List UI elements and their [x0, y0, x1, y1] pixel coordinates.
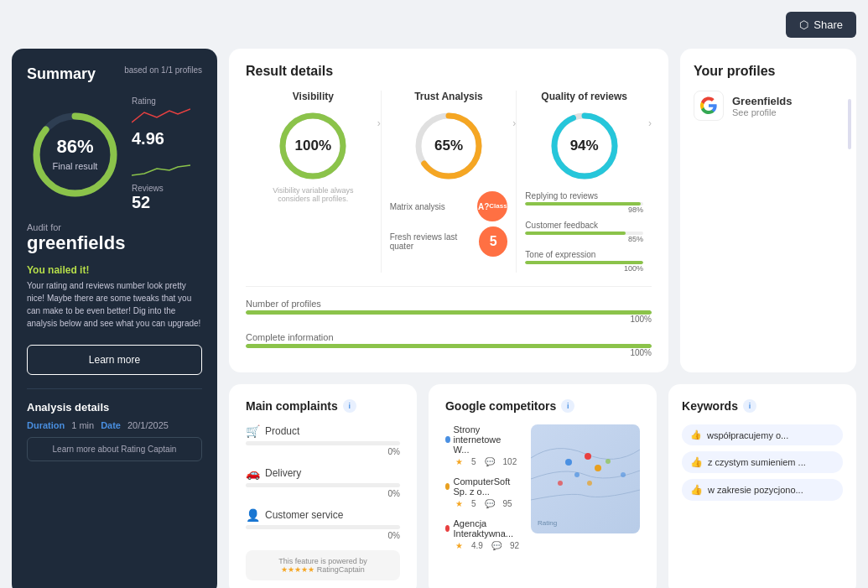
- tone-pct: 100%: [525, 264, 643, 273]
- competitor-2-name: ComputerSoft Sp. z o...: [453, 476, 519, 497]
- svg-point-9: [585, 453, 591, 460]
- competitor-1-rating: 5: [471, 457, 476, 466]
- product-pct: 0%: [246, 447, 400, 456]
- cs-pct: 0%: [246, 531, 400, 540]
- svg-point-15: [621, 472, 626, 477]
- share-icon: ⬡: [799, 18, 808, 31]
- keyword-2-tag: 👍 z czystym sumieniem ...: [682, 451, 843, 473]
- matrix-badge: A?Class: [477, 191, 507, 221]
- competitor-1: Strony internetowe W... ★ 5 💬 102: [445, 424, 519, 466]
- trust-metric[interactable]: Trust Analysis 65% Matrix analysis A?Cla…: [381, 91, 517, 273]
- star-icon-2: ★: [455, 499, 463, 508]
- quality-pct: 94%: [570, 138, 599, 154]
- quality-metric[interactable]: Quality of reviews 94% Replying to revie…: [517, 91, 652, 273]
- competitors-info-icon: i: [561, 399, 574, 413]
- competitor-2-reviews: 95: [503, 499, 512, 508]
- learn-more-button[interactable]: Learn more: [27, 345, 202, 375]
- result-details-card: Result details Visibility 100% Visibilit…: [229, 49, 668, 372]
- thumb-icon-1: 👍: [690, 429, 702, 440]
- quality-label: Quality of reviews: [541, 91, 627, 102]
- complete-pct: 100%: [246, 348, 652, 357]
- keywords-title: Keywords: [682, 399, 738, 413]
- product-icon: 🛒: [246, 424, 260, 438]
- competitor-1-name: Strony internetowe W...: [454, 424, 520, 455]
- profiles-pct: 100%: [246, 315, 652, 324]
- competitor-2: ComputerSoft Sp. z o... ★ 5 💬 95: [445, 476, 519, 508]
- keywords-card: Keywords i 👍 współpracujemy o... 👍 z czy…: [668, 384, 856, 588]
- main-gauge: 86% Final result: [27, 107, 123, 203]
- map-svg: Rating: [531, 424, 640, 533]
- profile-name: Greenfields: [732, 95, 793, 107]
- svg-point-10: [595, 465, 601, 471]
- nailed-desc: Your rating and reviews number look pret…: [27, 279, 202, 330]
- profiles-card: Your profiles Greenfields See profile: [680, 49, 856, 372]
- analysis-details-title: Analysis details: [27, 401, 202, 414]
- share-button[interactable]: ⬡ Share: [786, 12, 856, 38]
- delivery-pct: 0%: [246, 489, 400, 498]
- audit-name: greenfields: [27, 232, 202, 254]
- complaint-delivery: 🚗 Delivery 0%: [246, 466, 400, 498]
- competitor-3: Agencja Interaktywna... ★ 4.9 💬 92: [445, 518, 519, 550]
- rating-reviews-block: Rating 4.96 Reviews 52: [132, 96, 190, 212]
- competitors-title: Google competitors: [445, 399, 556, 413]
- svg-point-11: [574, 472, 580, 477]
- competitor-3-name: Agencja Interaktywna...: [453, 518, 519, 539]
- competitor-2-rating: 5: [471, 499, 476, 508]
- svg-point-14: [587, 481, 592, 486]
- trust-pct: 65%: [434, 138, 463, 154]
- svg-point-12: [606, 459, 611, 464]
- profiles-title: Your profiles: [694, 64, 843, 79]
- complaints-info-icon: i: [343, 399, 356, 413]
- nailed-it-label: You nailed it!: [27, 264, 202, 276]
- learn-captain-button[interactable]: Learn more about Rating Captain: [27, 437, 202, 461]
- competitor-1-dot: [445, 436, 450, 443]
- visibility-label: Visibility: [293, 91, 334, 102]
- delivery-icon: 🚗: [246, 466, 260, 480]
- complaint-product: 🛒 Product 0%: [246, 424, 400, 456]
- powered-badge: This feature is powered by ★★★★★ RatingC…: [246, 550, 400, 580]
- share-label: Share: [813, 18, 843, 31]
- fresh-badge: 5: [479, 226, 507, 257]
- svg-point-13: [558, 481, 563, 486]
- reviews-sparkline: [132, 160, 190, 180]
- complaint-customer-service: 👤 Customer service 0%: [246, 508, 400, 540]
- fresh-label: Fresh reviews last quater: [390, 232, 479, 251]
- competitor-3-reviews: 92: [510, 541, 519, 550]
- final-label: Final result: [53, 161, 98, 171]
- complete-label: Complete information: [246, 332, 652, 342]
- matrix-label: Matrix analysis: [390, 202, 445, 211]
- see-profile-link[interactable]: See profile: [732, 107, 793, 117]
- competitor-3-dot: [445, 525, 450, 532]
- profile-item[interactable]: Greenfields See profile: [694, 91, 843, 121]
- based-on-label: based on 1/1 profiles: [124, 65, 202, 75]
- date-val: 20/1/2025: [127, 420, 169, 430]
- summary-title: Summary: [27, 65, 96, 83]
- visibility-metric[interactable]: Visibility 100% Visibility variable alwa…: [246, 91, 381, 273]
- google-icon: [694, 91, 724, 121]
- quality-chevron: ›: [648, 117, 652, 129]
- profile-info: Greenfields See profile: [732, 95, 793, 117]
- complaints-title: Main complaints: [246, 399, 338, 413]
- date-label: Date: [101, 420, 121, 430]
- svg-text:Rating: Rating: [538, 519, 557, 527]
- thumb-icon-3: 👍: [690, 484, 703, 496]
- competitors-card: Google competitors i Strony internetowe …: [429, 384, 657, 588]
- competitors-list: Strony internetowe W... ★ 5 💬 102: [445, 424, 519, 550]
- competitors-map: Rating: [531, 424, 640, 533]
- complaints-card: Main complaints i 🛒 Product 0%: [229, 384, 417, 588]
- rating-value: 4.96: [132, 129, 190, 148]
- scrollbar: [848, 99, 851, 149]
- keyword-3-tag: 👍 w zakresie pozycjono...: [682, 479, 843, 501]
- feedback-pct: 85%: [525, 235, 643, 243]
- trust-label: Trust Analysis: [414, 91, 483, 102]
- audit-for-label: Audit for: [27, 222, 202, 232]
- customer-service-icon: 👤: [246, 508, 260, 522]
- final-pct: 86%: [53, 136, 98, 158]
- summary-card: Summary based on 1/1 profiles 86% Final …: [12, 49, 217, 588]
- rating-label: Rating: [132, 96, 190, 106]
- profiles-label: Number of profiles: [246, 299, 652, 309]
- thumb-icon-2: 👍: [690, 456, 703, 468]
- comment-icon-3: 💬: [491, 541, 502, 550]
- keyword-1: współpracujemy o...: [707, 430, 788, 440]
- feedback-label: Customer feedback: [525, 221, 643, 230]
